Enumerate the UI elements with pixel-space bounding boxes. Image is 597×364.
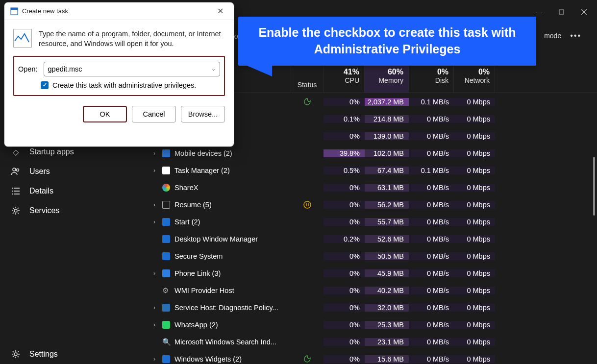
process-name: WhatsApp (2) xyxy=(174,321,218,329)
expand-icon[interactable]: › xyxy=(151,150,158,157)
memory-cell: 15.6 MB xyxy=(365,355,409,363)
svg-point-4 xyxy=(13,168,16,171)
process-row[interactable]: ›Start (2)0%55.7 MB0 MB/s0 Mbps xyxy=(147,213,597,230)
sidebar-item-label: Services xyxy=(29,206,59,215)
process-row[interactable]: ›Service Host: Diagnostic Policy...0%32.… xyxy=(147,299,597,316)
process-icon xyxy=(162,269,171,278)
process-row[interactable]: ⚙WMI Provider Host0%40.2 MB0 MB/s0 Mbps xyxy=(147,282,597,299)
expand-icon[interactable]: › xyxy=(151,321,158,328)
sidebar-item-label: Users xyxy=(29,167,50,176)
process-icon xyxy=(162,320,171,329)
disk-cell: 0 MB/s xyxy=(409,235,454,243)
callout-tail xyxy=(238,62,272,76)
cpu-cell: 0% xyxy=(323,184,365,192)
process-row[interactable]: 🔍Microsoft Windows Search Ind...0%23.1 M… xyxy=(147,333,597,350)
chevron-down-icon[interactable]: ⌄ xyxy=(211,66,216,72)
dialog-app-icon xyxy=(13,29,32,48)
users-icon xyxy=(11,167,21,176)
settings-icon xyxy=(11,349,21,359)
network-cell: 0 Mbps xyxy=(454,184,495,192)
admin-checkbox[interactable]: ✓ Create this task with administrative p… xyxy=(41,81,220,89)
more-icon[interactable]: ••• xyxy=(570,31,581,40)
close-button[interactable] xyxy=(572,4,595,20)
ok-button[interactable]: OK xyxy=(83,106,127,122)
sidebar-item-label: Startup apps xyxy=(29,147,74,156)
sidebar-item-users[interactable]: Users xyxy=(0,162,147,181)
disk-cell: 0 MB/s xyxy=(409,355,454,363)
process-row[interactable]: ›Phone Link (3)0%45.9 MB0 MB/s0 Mbps xyxy=(147,265,597,282)
network-cell: 0 Mbps xyxy=(454,355,495,363)
cpu-cell: 0% xyxy=(323,338,365,346)
status-cell xyxy=(291,355,323,364)
cancel-button[interactable]: Cancel xyxy=(132,106,176,122)
memory-cell: 40.2 MB xyxy=(365,287,409,294)
process-name: WMI Provider Host xyxy=(174,287,234,294)
process-name: Mobile devices (2) xyxy=(174,149,232,157)
dialog-title: Create new task xyxy=(22,7,68,15)
scrollbar-thumb[interactable] xyxy=(593,157,595,216)
sidebar-item-details[interactable]: Details xyxy=(0,181,147,201)
svg-rect-1 xyxy=(559,10,564,14)
expand-icon[interactable]: › xyxy=(151,356,158,363)
memory-cell: 56.2 MB xyxy=(365,201,409,209)
sidebar-item-services[interactable]: Services xyxy=(0,201,147,220)
dialog-close-button[interactable]: ✕ xyxy=(212,6,228,16)
view-mode-label[interactable]: mode xyxy=(544,32,561,40)
process-icon xyxy=(162,166,171,175)
process-name: Task Manager (2) xyxy=(174,167,230,174)
maximize-button[interactable] xyxy=(550,4,572,20)
process-name: Start (2) xyxy=(174,218,200,226)
process-row[interactable]: ›Mobile devices (2)39.8%102.0 MB0 MB/s0 … xyxy=(147,145,597,162)
expand-icon[interactable]: › xyxy=(151,201,158,208)
process-name: Resume (5) xyxy=(174,201,212,209)
status-cell xyxy=(291,97,323,106)
process-icon: 🔍 xyxy=(162,338,171,346)
process-row[interactable]: Secure System0%50.5 MB0 MB/s0 Mbps xyxy=(147,247,597,265)
process-row[interactable]: Desktop Window Manager0.2%52.6 MB0 MB/s0… xyxy=(147,230,597,247)
process-name: Desktop Window Manager xyxy=(174,235,258,243)
process-name: Microsoft Windows Search Ind... xyxy=(174,338,276,346)
instruction-callout: Enable the checkbox to create this task … xyxy=(238,17,536,66)
cpu-cell: 0% xyxy=(323,98,365,106)
process-row[interactable]: ›Resume (5)0%56.2 MB0 MB/s0 Mbps xyxy=(147,196,597,213)
sidebar-item-label: Details xyxy=(29,187,53,195)
process-row[interactable]: ›Task Manager (2)0.5%67.4 MB0.1 MB/s0 Mb… xyxy=(147,162,597,179)
process-icon xyxy=(162,303,171,312)
browse-button[interactable]: Browse... xyxy=(181,106,225,122)
disk-cell: 0 MB/s xyxy=(409,149,454,157)
process-icon xyxy=(162,200,171,209)
network-cell: 0 Mbps xyxy=(454,149,495,157)
create-task-dialog: Create new task ✕ Type the name of a pro… xyxy=(4,2,234,147)
run-icon xyxy=(10,7,18,15)
expand-icon[interactable]: › xyxy=(151,304,158,311)
disk-cell: 0.1 MB/s xyxy=(409,167,454,174)
dialog-titlebar: Create new task ✕ xyxy=(4,2,234,20)
memory-cell: 23.1 MB xyxy=(365,338,409,346)
sidebar-item-settings[interactable]: Settings xyxy=(0,344,147,364)
status-cell xyxy=(291,200,323,209)
memory-cell: 2,037.2 MB xyxy=(365,98,409,106)
network-cell: 0 Mbps xyxy=(454,98,495,106)
process-row[interactable]: ›Windows Widgets (2)0%15.6 MB0 MB/s0 Mbp… xyxy=(147,350,597,364)
memory-cell: 52.6 MB xyxy=(365,235,409,243)
process-row[interactable]: ›WhatsApp (2)0%25.3 MB0 MB/s0 Mbps xyxy=(147,316,597,333)
expand-icon[interactable]: › xyxy=(151,167,158,174)
network-cell: 0 Mbps xyxy=(454,338,495,346)
process-name: Secure System xyxy=(174,252,223,260)
network-cell: 0 Mbps xyxy=(454,235,495,243)
network-cell: 0 Mbps xyxy=(454,269,495,277)
callout-text: Enable the checkbox to create this task … xyxy=(238,17,536,66)
expand-icon[interactable]: › xyxy=(151,218,158,225)
process-row[interactable]: ShareX0%63.1 MB0 MB/s0 Mbps xyxy=(147,179,597,196)
process-icon xyxy=(162,183,171,192)
expand-icon[interactable]: › xyxy=(151,270,158,277)
disk-cell: 0 MB/s xyxy=(409,252,454,260)
cpu-cell: 0% xyxy=(323,201,365,209)
process-name: Phone Link (3) xyxy=(174,269,221,277)
memory-cell: 139.0 MB xyxy=(365,132,409,140)
process-icon xyxy=(162,235,171,243)
cpu-cell: 0% xyxy=(323,218,365,226)
svg-point-13 xyxy=(14,353,17,356)
open-input[interactable]: gpedit.msc ⌄ xyxy=(44,62,221,76)
cpu-cell: 39.8% xyxy=(323,149,365,157)
